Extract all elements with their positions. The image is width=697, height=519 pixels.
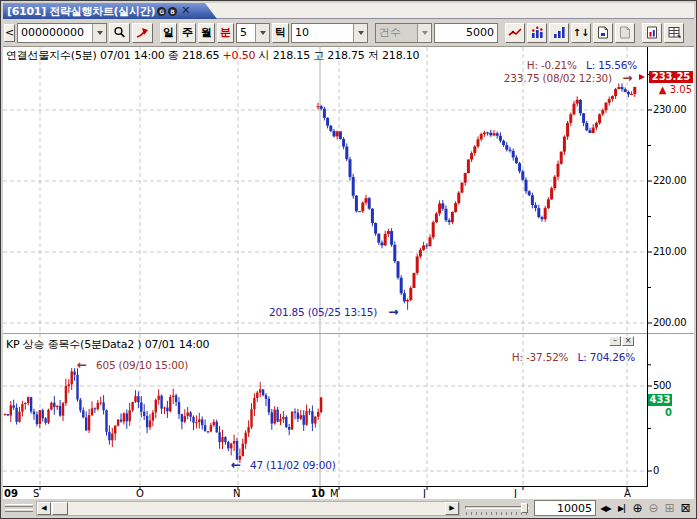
x-axis-label: 10 (311, 488, 325, 498)
scrollbar-thumb[interactable] (52, 502, 68, 515)
lower-high-annotation: ← 605 (09/10 15:00) (77, 358, 188, 372)
y-axis-tick-label: 220.00 (653, 175, 686, 186)
upper-l-pct: L: 15.56% (586, 59, 637, 71)
minute-interval-combo[interactable]: 5 (236, 23, 270, 43)
chart-area: 연결선물지수(5분) 07/01 14:00 종 218.65 +0.50 시 … (3, 46, 694, 498)
symbol-combo[interactable]: 000000000 (17, 23, 107, 43)
zoom-in-icon[interactable]: ⊕ (631, 501, 644, 516)
grid-view-button[interactable] (664, 23, 684, 43)
trendline-button[interactable] (505, 23, 525, 43)
chevron-down-icon[interactable] (255, 24, 269, 42)
upper-high-low-pct: H: -0.21% L: 15.56% (521, 59, 637, 71)
chevron-down-icon[interactable] (92, 24, 106, 42)
close-icon[interactable]: ✕ (181, 4, 190, 18)
y-axis-tick-label: 500 (653, 380, 671, 391)
pointer-select-button[interactable] (132, 23, 153, 43)
left-arrow-icon: ← (77, 358, 87, 372)
upper-header-change: +0.50 (223, 49, 256, 62)
pane-minimize-button[interactable]: – (609, 336, 621, 346)
scroll-left-button[interactable]: ◀ (37, 502, 51, 515)
x-axis-label: J (514, 488, 517, 498)
current-price-change: ▲ 3.05 (647, 84, 693, 95)
upper-high-annotation: 233.75 (08/02 12:30) → (504, 71, 632, 85)
y-axis-tick-label: 0 (653, 465, 659, 476)
lower-high-low-pct: H: -37.52% L: 704.26% (506, 351, 635, 363)
period-week-button[interactable]: 주 (179, 23, 196, 43)
upper-header-left: 연결선물지수(5분) 07/01 14:00 종 218.65 (6, 49, 219, 62)
lower-low-text: 47 (11/02 09:00) (250, 459, 336, 471)
close-panel-icon[interactable]: ⊠ (679, 501, 692, 516)
trendline-icon (508, 27, 522, 39)
period-month-button[interactable]: 월 (198, 23, 215, 43)
report-chart-button[interactable] (642, 23, 662, 43)
upper-low-text: 201.85 (05/25 13:15) (269, 306, 377, 318)
upper-plot[interactable] (3, 47, 694, 333)
new-page-button[interactable] (593, 23, 613, 43)
grid-toggle-icon[interactable]: ⊞ (663, 501, 676, 516)
chart-signals-button[interactable] (527, 23, 547, 43)
right-arrow-icon: → (622, 71, 632, 85)
sort-updown-button[interactable]: ↑↓ (571, 23, 591, 43)
app-window: [6101] 전략실행차트(실시간) G B ✕ < 000000000 일 주 (0, 0, 697, 519)
count-mode-combo: 건수 (375, 23, 432, 43)
window-title: [6101] 전략실행차트(실시간) (7, 4, 155, 19)
lower-h-pct: H: -37.52% (512, 351, 569, 363)
pane-close-button[interactable]: × (622, 336, 634, 346)
x-axis-label: N (233, 488, 240, 498)
lower-pane-header: KP 상승 종목수(5분Data2 ) 07/01 14:00 (6, 337, 209, 352)
zoom-out-icon[interactable]: ⊖ (647, 501, 660, 516)
count-mode-label: 건수 (376, 25, 417, 40)
bar-chart-icon (553, 26, 566, 39)
bar-count-input[interactable] (534, 500, 596, 516)
period-day-button[interactable]: 일 (160, 23, 177, 43)
pane-divider[interactable] (3, 333, 694, 334)
grid-icon (668, 26, 681, 39)
y-axis-tick-label: 210.00 (653, 246, 686, 257)
y-axis-tick-label: 200.00 (653, 317, 686, 328)
chevron-down-icon (417, 24, 431, 42)
x-axis-label: O (136, 488, 144, 498)
red-arrow-icon (136, 27, 150, 39)
x-axis-labels: 09SON10MJJA (3, 487, 694, 498)
lower-l-pct: L: 704.26% (578, 351, 635, 363)
period-minute-button[interactable]: 분 (217, 23, 234, 43)
left-arrow-icon: ← (231, 458, 241, 472)
bar-chart-button[interactable] (549, 23, 569, 43)
x-axis-label: S (33, 488, 39, 498)
window-tab[interactable]: [6101] 전략실행차트(실시간) G B ✕ (3, 3, 217, 19)
chart-group-icon[interactable]: B (168, 7, 177, 16)
upper-header-right: 시 218.15 고 218.75 저 218.10 (259, 49, 420, 62)
period-tick-button[interactable]: 틱 (272, 23, 289, 43)
document-icon (597, 26, 609, 39)
drag-grip[interactable] (5, 504, 33, 512)
search-button[interactable] (109, 23, 130, 43)
tick-interval-combo[interactable]: 10 (291, 23, 368, 43)
bottom-bar: ◀ ▶ ◀▶ ▶| ⊕ ⊖ ⊞ ⊠ (3, 498, 694, 517)
slider-thumb[interactable] (521, 503, 528, 513)
y-axis-tick-label: 230.00 (653, 104, 686, 115)
upper-pane-header: 연결선물지수(5분) 07/01 14:00 종 218.65 +0.50 시 … (6, 48, 419, 63)
chevron-down-icon[interactable] (353, 24, 367, 42)
upper-h-pct: H: -0.21% (527, 59, 577, 71)
collapse-left-button[interactable]: < (4, 24, 15, 42)
scroll-right-button[interactable]: ▶ (445, 502, 459, 515)
search-icon (113, 26, 126, 39)
scrollbar-track[interactable] (68, 502, 445, 515)
current-price-badge: 233.25 (649, 71, 693, 83)
chart-link-icon[interactable]: G (157, 7, 166, 16)
zoom-slider[interactable] (463, 501, 531, 516)
step-arrows-icon[interactable]: ◀▶ (599, 501, 612, 516)
go-to-end-icon[interactable]: ▶| (615, 501, 628, 516)
document-disabled-icon (619, 26, 631, 39)
minute-interval-value: 5 (237, 26, 255, 39)
title-bar: [6101] 전략실행차트(실시간) G B ✕ (3, 3, 694, 19)
time-scrollbar[interactable]: ◀ ▶ (36, 501, 460, 516)
toolbar: < 000000000 일 주 월 분 5 틱 10 (3, 19, 694, 46)
tick-interval-value: 10 (292, 26, 353, 39)
lower-high-text: 605 (09/10 15:00) (96, 359, 188, 371)
x-axis-label: A (624, 488, 631, 498)
right-arrow-icon: → (388, 305, 398, 319)
count-input[interactable] (434, 23, 498, 43)
lower-pane-controls: – × (609, 336, 634, 346)
upper-low-annotation: 201.85 (05/25 13:15) → (269, 305, 398, 319)
